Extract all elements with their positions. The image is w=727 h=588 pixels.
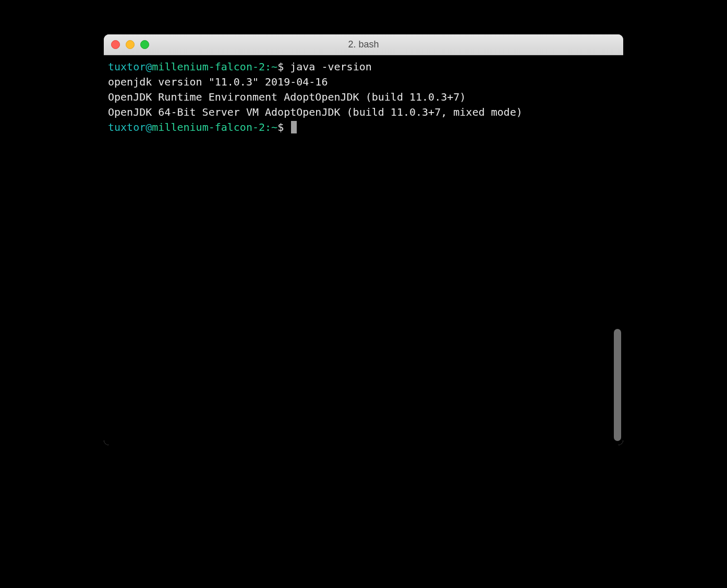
prompt-path: ~: [271, 121, 277, 133]
prompt-host: millenium-falcon-2: [152, 60, 265, 73]
window-title: 2. bash: [348, 39, 379, 50]
prompt-colon: :: [265, 121, 271, 133]
scrollbar-track[interactable]: [614, 55, 621, 445]
prompt-user: tuxtor: [108, 60, 146, 73]
traffic-lights: [104, 40, 149, 49]
cursor-icon: [291, 121, 297, 133]
prompt-line: tuxtor@millenium-falcon-2:~$ java -versi…: [108, 59, 619, 75]
prompt-at: @: [146, 60, 152, 73]
close-icon[interactable]: [111, 40, 120, 49]
output-line: openjdk version "11.0.3" 2019-04-16: [108, 75, 619, 90]
prompt-dollar: $: [277, 60, 284, 73]
prompt-at: @: [146, 121, 152, 133]
minimize-icon[interactable]: [126, 40, 135, 49]
prompt-line: tuxtor@millenium-falcon-2:~$: [108, 120, 619, 135]
maximize-icon[interactable]: [140, 40, 149, 49]
command-text: java -version: [284, 60, 372, 73]
terminal-window: 2. bash tuxtor@millenium-falcon-2:~$ jav…: [104, 34, 623, 445]
output-line: OpenJDK 64-Bit Server VM AdoptOpenJDK (b…: [108, 105, 619, 120]
titlebar[interactable]: 2. bash: [104, 34, 623, 55]
output-line: OpenJDK Runtime Environment AdoptOpenJDK…: [108, 90, 619, 105]
prompt-colon: :: [265, 60, 271, 73]
prompt-path: ~: [271, 60, 277, 73]
prompt-dollar: $: [277, 121, 284, 133]
scrollbar-thumb[interactable]: [614, 329, 621, 441]
prompt-user: tuxtor: [108, 121, 146, 133]
terminal-body[interactable]: tuxtor@millenium-falcon-2:~$ java -versi…: [104, 55, 623, 445]
prompt-host: millenium-falcon-2: [152, 121, 265, 133]
command-text: [284, 121, 290, 133]
